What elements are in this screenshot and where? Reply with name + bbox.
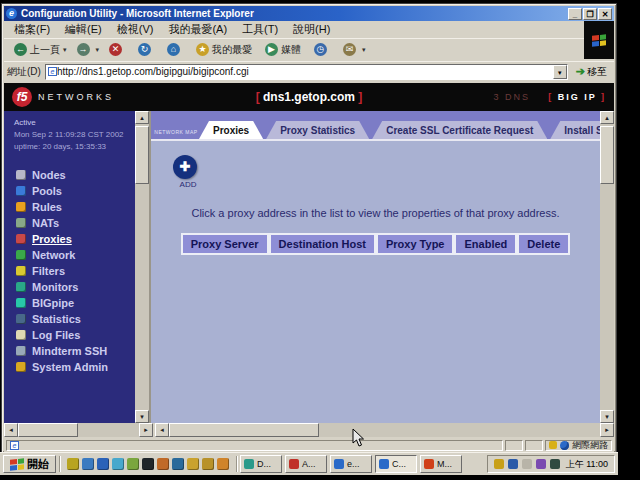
bracket-close: ] <box>601 92 606 102</box>
sidebar-item[interactable]: Log Files <box>4 327 149 343</box>
quick-launch-icon[interactable] <box>82 458 94 470</box>
quick-launch-icon[interactable] <box>217 458 229 470</box>
address-bar: 網址(D) e ▾ ➔ 移至 <box>4 61 614 81</box>
menu-item[interactable]: 檔案(F) <box>14 22 50 37</box>
product-bigip-label: [ BIG IP ] <box>548 92 606 102</box>
close-button[interactable]: ✕ <box>598 8 612 20</box>
tray-icon[interactable] <box>494 459 504 469</box>
toolbar-button[interactable]: ← 上一頁 ▾ <box>10 41 71 59</box>
sidebar-item[interactable]: Filters <box>4 263 149 279</box>
sidebar-item[interactable]: Proxies <box>4 231 149 247</box>
tray-icon[interactable] <box>536 459 546 469</box>
proxy-table-header-row: Proxy ServerDestination HostProxy TypeEn… <box>151 233 600 255</box>
scroll-right-icon[interactable]: ▸ <box>139 423 153 437</box>
taskbar-window-button[interactable]: e... <box>330 455 372 473</box>
sidebar-item[interactable]: Network <box>4 247 149 263</box>
address-dropdown-button[interactable]: ▾ <box>553 65 567 79</box>
sidebar-item[interactable]: System Admin <box>4 359 149 375</box>
scroll-right-icon[interactable]: ▸ <box>600 423 614 437</box>
toolbar-button-icon: ◷ <box>314 43 327 56</box>
sidebar-item-label: Log Files <box>32 329 80 341</box>
scrollbar-thumb[interactable] <box>18 423 78 437</box>
toolbar-button[interactable]: ✉ ▾ <box>339 41 370 58</box>
sidebar-item[interactable]: Pools <box>4 183 149 199</box>
sidebar-item-icon <box>16 330 26 340</box>
tray-icon[interactable] <box>550 459 560 469</box>
quick-launch-icon[interactable] <box>97 458 109 470</box>
sidebar-item[interactable]: Rules <box>4 199 149 215</box>
sidebar-item[interactable]: Mindterm SSH <box>4 343 149 359</box>
quick-launch-icon[interactable] <box>157 458 169 470</box>
menu-item[interactable]: 編輯(E) <box>65 22 102 37</box>
minimize-button[interactable]: _ <box>568 8 582 20</box>
toolbar-button[interactable]: ★ 我的最愛 <box>192 41 259 59</box>
quick-launch-icon[interactable] <box>187 458 199 470</box>
quick-launch-icon[interactable] <box>172 458 184 470</box>
toolbar-button[interactable]: ◷ <box>310 41 337 58</box>
sidebar-item[interactable]: Statistics <box>4 311 149 327</box>
add-proxy-button[interactable]: ✚ ADD <box>173 155 203 189</box>
title-bar[interactable]: e Configuration Utility - Microsoft Inte… <box>4 6 614 21</box>
scroll-left-icon[interactable]: ◂ <box>155 423 169 437</box>
scrollbar-thumb[interactable] <box>600 126 614 184</box>
main-vertical-scrollbar[interactable]: ▴ ▾ <box>600 111 614 423</box>
address-input[interactable] <box>57 65 553 78</box>
toolbar-button[interactable]: ↻ <box>134 41 161 58</box>
scrollbar-thumb[interactable] <box>135 126 149 184</box>
main-horizontal-scrollbar[interactable]: ◂ ▸ <box>155 423 614 437</box>
taskbar-window-button[interactable]: A... <box>285 455 327 473</box>
taskbar-window-button[interactable]: D... <box>240 455 282 473</box>
sidebar-item-label: NATs <box>32 217 59 229</box>
task-window-icon <box>379 459 389 469</box>
network-map-link[interactable]: NETWORK MAP <box>153 120 199 139</box>
taskbar-window-button[interactable]: C... <box>375 455 417 473</box>
add-icon[interactable]: ✚ <box>173 155 197 179</box>
toolbar-button[interactable]: ▶ 媒體 <box>261 41 308 59</box>
tab[interactable]: Proxies <box>199 121 263 139</box>
sidebar-item[interactable]: Monitors <box>4 279 149 295</box>
go-label: 移至 <box>587 65 607 79</box>
tray-icon[interactable] <box>508 459 518 469</box>
frameset: Active Mon Sep 2 11:09:28 CST 2002 uptim… <box>4 111 614 423</box>
tab-strip: ProxiesProxy StatisticsCreate SSL Certif… <box>199 120 614 139</box>
tray-icon[interactable] <box>522 459 532 469</box>
start-button[interactable]: 開始 <box>3 455 56 473</box>
scroll-down-icon[interactable]: ▾ <box>135 410 149 423</box>
scroll-up-icon[interactable]: ▴ <box>600 111 614 124</box>
system-tray: 上午 11:00 <box>487 455 615 473</box>
status-active: Active <box>14 117 145 129</box>
sidebar-item[interactable]: Nodes <box>4 167 149 183</box>
tab[interactable]: Create SSL Certificate Request <box>372 121 547 139</box>
maximize-button[interactable]: ❐ <box>583 8 597 20</box>
toolbar-button[interactable]: → ▾ <box>73 41 104 58</box>
task-buttons: D... A... e... C... M... <box>240 455 462 473</box>
sidebar-item[interactable]: BIGpipe <box>4 295 149 311</box>
go-button[interactable]: ➔ 移至 <box>572 64 611 80</box>
instruction-text: Click a proxy address in the list to vie… <box>151 207 600 219</box>
quick-launch-icon[interactable] <box>202 458 214 470</box>
quick-launch-icon[interactable] <box>127 458 139 470</box>
taskbar-window-button[interactable]: M... <box>420 455 462 473</box>
quick-launch-icon[interactable] <box>112 458 124 470</box>
system-status: Active Mon Sep 2 11:09:28 CST 2002 uptim… <box>4 111 149 153</box>
ie-throbber <box>584 21 614 59</box>
menu-item[interactable]: 我的最愛(A) <box>168 22 227 37</box>
sidebar-horizontal-scrollbar[interactable]: ◂ ▸ <box>4 423 153 437</box>
toolbar-button[interactable]: ⌂ <box>163 41 190 58</box>
toolbar-button[interactable]: ✕ <box>105 41 132 58</box>
menu-item[interactable]: 檢視(V) <box>117 22 154 37</box>
tab[interactable]: Proxy Statistics <box>266 121 369 139</box>
sidebar-vertical-scrollbar[interactable]: ▴ ▾ <box>135 111 149 423</box>
scroll-up-icon[interactable]: ▴ <box>135 111 149 124</box>
sidebar-item-icon <box>16 202 26 212</box>
sidebar-item[interactable]: NATs <box>4 215 149 231</box>
quick-launch-icon[interactable] <box>67 458 79 470</box>
quick-launch-icon[interactable] <box>142 458 154 470</box>
scrollbar-thumb[interactable] <box>169 423 319 437</box>
scroll-down-icon[interactable]: ▾ <box>600 410 614 423</box>
menu-item[interactable]: 說明(H) <box>293 22 330 37</box>
menu-item[interactable]: 工具(T) <box>242 22 278 37</box>
sidebar-item-label: Filters <box>32 265 65 277</box>
scroll-left-icon[interactable]: ◂ <box>4 423 18 437</box>
lock-icon <box>549 441 557 449</box>
